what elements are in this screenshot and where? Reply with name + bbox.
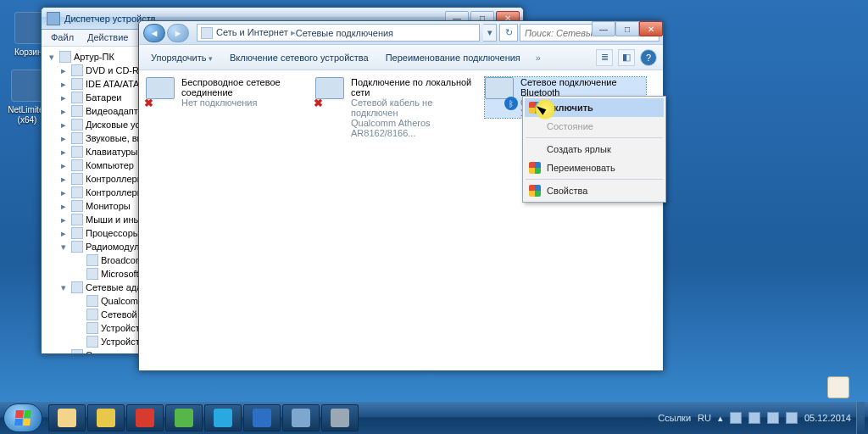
breadcrumb-item[interactable]: Сеть и Интернет [216, 27, 296, 38]
connection-item[interactable]: ✖Беспроводное сетевое соединениеНет подк… [146, 77, 307, 108]
taskbar: Ссылки RU ▴ 05.12.2014 [0, 402, 868, 434]
location-icon [201, 27, 213, 39]
menu-item-properties[interactable]: Свойства [525, 181, 664, 200]
tray-volume-icon[interactable] [786, 412, 798, 424]
taskbar-item-utorrent[interactable] [165, 404, 203, 431]
refresh-button[interactable]: ↻ [499, 24, 518, 42]
help-button[interactable]: ? [640, 49, 657, 66]
tray-notification-icon[interactable] [827, 376, 849, 398]
system-tray: Ссылки RU ▴ 05.12.2014 [653, 412, 856, 424]
tray-icon[interactable] [730, 412, 742, 424]
view-options-button[interactable]: ≣ [596, 49, 613, 66]
app-icon [47, 12, 60, 25]
connection-icon: ᛒ [485, 77, 515, 108]
breadcrumb-item[interactable]: Сетевые подключения [296, 28, 393, 38]
app-icon [11, 70, 43, 102]
back-button[interactable]: ◄ [143, 24, 165, 42]
menu-file[interactable]: Файл [44, 30, 81, 46]
navigation-bar: ◄ ► Сеть и Интернет Сетевые подключения … [139, 21, 663, 45]
connection-icon: ✖ [315, 77, 346, 108]
maximize-button[interactable]: □ [615, 21, 639, 36]
connection-icon: ✖ [146, 77, 176, 108]
windows-logo-icon [14, 410, 31, 426]
tray-icon[interactable] [748, 412, 760, 424]
taskbar-item-explorer[interactable] [48, 404, 86, 431]
show-desktop-button[interactable] [856, 402, 865, 434]
enable-device-button[interactable]: Включение сетевого устройства [223, 49, 376, 66]
preview-pane-button[interactable]: ◧ [618, 49, 635, 66]
command-bar: Упорядочить Включение сетевого устройств… [139, 45, 663, 70]
taskbar-item-app2[interactable] [321, 404, 359, 431]
start-button[interactable] [3, 403, 42, 432]
address-bar[interactable]: Сеть и Интернет Сетевые подключения [197, 24, 480, 42]
close-button[interactable]: ✕ [639, 21, 663, 36]
menu-item-shortcut[interactable]: Создать ярлык [525, 140, 664, 159]
mouse-cursor [539, 103, 556, 120]
shield-icon [529, 185, 541, 197]
forward-button[interactable]: ► [167, 24, 189, 42]
minimize-button[interactable]: — [592, 21, 615, 36]
organize-button[interactable]: Упорядочить [144, 49, 220, 66]
connection-item[interactable]: ✖Подключение по локальной сетиСетевой ка… [315, 77, 476, 138]
tray-network-icon[interactable] [767, 412, 779, 424]
taskbar-item-app1[interactable] [282, 404, 320, 431]
shield-icon [529, 162, 541, 174]
links-label[interactable]: Ссылки [658, 413, 691, 423]
address-dropdown[interactable]: ▾ [483, 24, 497, 42]
language-indicator[interactable]: RU [698, 413, 711, 423]
taskbar-item-yandex[interactable] [87, 404, 125, 431]
menu-action[interactable]: Действие [81, 30, 135, 46]
overflow-button[interactable]: » [536, 53, 541, 63]
taskbar-item-skype[interactable] [204, 404, 242, 431]
taskbar-item-word[interactable] [243, 404, 281, 431]
rename-connection-button[interactable]: Переименование подключения [379, 49, 527, 66]
taskbar-item-opera[interactable] [126, 404, 164, 431]
date-label: 05.12.2014 [804, 413, 851, 423]
tray-chevron-icon[interactable]: ▴ [718, 413, 723, 424]
clock[interactable]: 05.12.2014 [804, 413, 851, 423]
menu-item-rename[interactable]: Переименовать [525, 159, 664, 177]
